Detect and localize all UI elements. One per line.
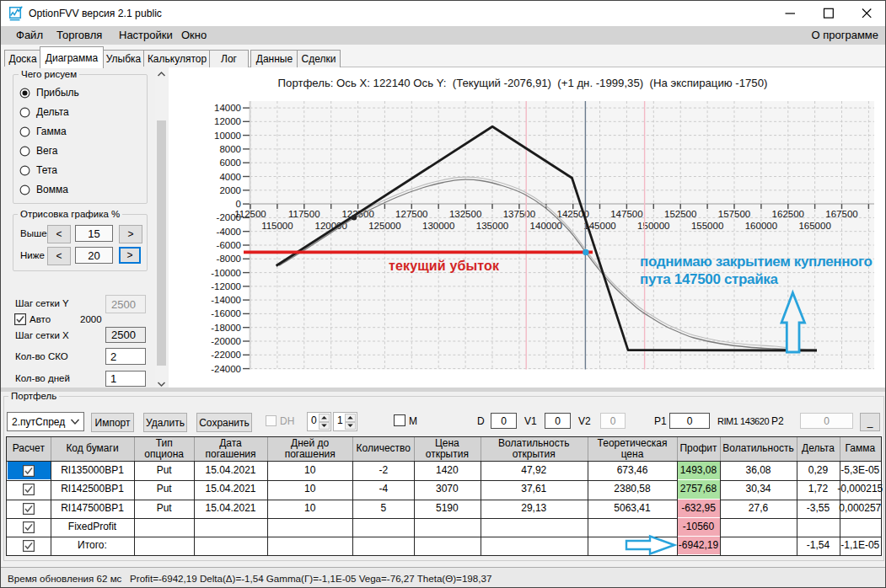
svg-text:-16000: -16000 (211, 308, 241, 318)
svg-text:-22000: -22000 (211, 350, 241, 360)
svg-text:12000: 12000 (214, 116, 241, 126)
svg-text:10000: 10000 (214, 131, 241, 141)
svg-text:167500: 167500 (825, 209, 857, 219)
svg-text:150000: 150000 (637, 221, 669, 231)
svg-text:-12000: -12000 (211, 281, 241, 291)
svg-text:поднимаю закрытием купленного: поднимаю закрытием купленного (640, 254, 873, 270)
svg-text:162500: 162500 (772, 209, 804, 219)
svg-text:147500: 147500 (610, 209, 642, 219)
svg-text:140000: 140000 (530, 221, 562, 231)
svg-text:125000: 125000 (368, 221, 400, 231)
svg-text:текущий убыток: текущий убыток (389, 259, 500, 273)
svg-text:137500: 137500 (503, 209, 535, 219)
svg-text:пута 147500 страйка: пута 147500 страйка (640, 271, 779, 287)
svg-text:-24000: -24000 (211, 364, 241, 374)
svg-text:112500: 112500 (234, 209, 266, 219)
svg-text:127500: 127500 (395, 209, 427, 219)
svg-text:-4000: -4000 (217, 227, 241, 237)
svg-text:-10000: -10000 (211, 268, 241, 278)
svg-text:117500: 117500 (288, 209, 320, 219)
svg-text:135000: 135000 (476, 221, 508, 231)
svg-text:165000: 165000 (798, 221, 830, 231)
svg-text:2000: 2000 (219, 185, 241, 195)
svg-text:160000: 160000 (745, 221, 777, 231)
svg-text:6000: 6000 (219, 158, 241, 168)
svg-text:130000: 130000 (422, 221, 454, 231)
svg-text:-8000: -8000 (217, 254, 241, 264)
svg-text:-6000: -6000 (217, 240, 241, 250)
svg-text:157500: 157500 (718, 209, 750, 219)
svg-text:4000: 4000 (219, 172, 241, 182)
svg-text:0: 0 (236, 199, 241, 209)
svg-text:152500: 152500 (664, 209, 696, 219)
svg-text:-20000: -20000 (211, 336, 241, 346)
svg-text:8000: 8000 (219, 144, 241, 154)
svg-text:132500: 132500 (449, 209, 481, 219)
svg-text:14000: 14000 (214, 103, 241, 113)
svg-text:-18000: -18000 (211, 323, 241, 333)
svg-text:-14000: -14000 (211, 295, 241, 305)
svg-text:115000: 115000 (261, 221, 293, 231)
svg-text:155000: 155000 (691, 221, 723, 231)
